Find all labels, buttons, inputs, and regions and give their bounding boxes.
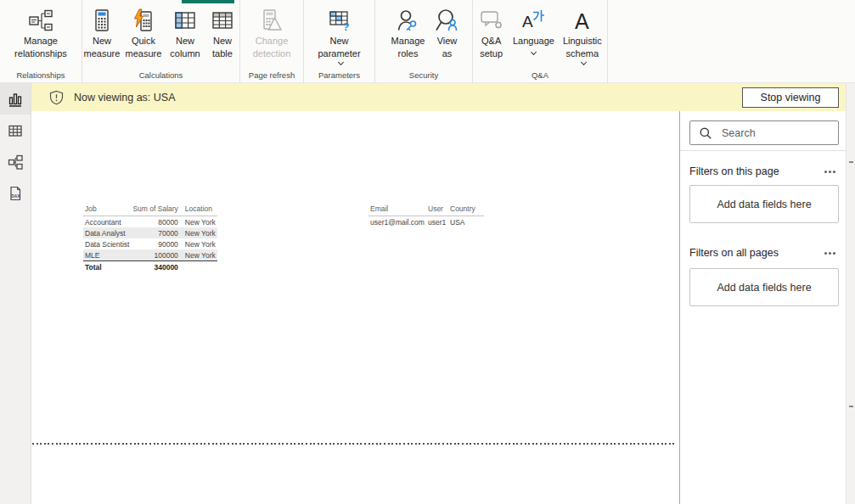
column-header: Location [180, 203, 217, 216]
sidebar-item-data-view[interactable] [0, 115, 31, 146]
qa-setup-button[interactable]: Q&A setup [473, 8, 509, 60]
filters-search-box[interactable] [689, 120, 839, 145]
filters-section-all-pages: Filters on all pages [689, 247, 837, 259]
new-table-icon [210, 8, 235, 33]
column-header: User [426, 203, 448, 216]
cell-salary: 70000 [131, 227, 179, 238]
stop-viewing-button[interactable]: Stop viewing [742, 87, 839, 108]
manage-relationships-icon [28, 8, 53, 33]
quick-measure-button[interactable]: Quick measure [122, 8, 165, 60]
linguistic-schema-icon: A [570, 8, 595, 33]
group-label-relationships: Relationships [0, 70, 82, 80]
svg-text:DAX: DAX [11, 193, 20, 198]
cell-location: New York [180, 227, 217, 238]
manage-relationships-button[interactable]: Manage relationships [3, 8, 78, 60]
chevron-down-icon [531, 49, 537, 55]
svg-text:A: A [575, 9, 589, 33]
column-header: Sum of Salary [131, 203, 179, 216]
view-as-banner: Now viewing as: USA Stop viewing [31, 83, 846, 111]
pane-handle-dash [849, 161, 853, 163]
table-row: Accountant 80000 New York [83, 216, 217, 228]
view-as-button[interactable]: View as [432, 8, 463, 60]
cell-salary: 90000 [131, 238, 179, 249]
new-measure-button[interactable]: New measure [82, 8, 121, 60]
svg-text:A: A [522, 13, 533, 31]
view-as-icon [435, 8, 460, 33]
banner-message: Now viewing as: USA [74, 92, 176, 104]
button-label: Language [513, 35, 554, 48]
cell-email: user1@mail.com [368, 216, 426, 228]
collapsed-pane-strip[interactable] [846, 83, 855, 504]
change-detection-button[interactable]: Change detection [245, 8, 299, 60]
calculator-icon [89, 8, 115, 33]
chevron-down-icon [338, 59, 344, 65]
more-options-icon[interactable] [824, 252, 827, 255]
new-parameter-button[interactable]: ? New parameter [312, 8, 368, 64]
filter-drop-area-all-pages[interactable]: Add data fields here [689, 268, 839, 306]
ribbon-group-relationships: Manage relationships Relationships [0, 0, 82, 82]
dax-query-view-icon: DAX [7, 185, 24, 202]
group-label-security: Security [375, 70, 472, 80]
section-title: Filters on all pages [689, 247, 779, 259]
ribbon-group-calculations: New measure Quick measure [82, 0, 240, 82]
button-label: New table [205, 35, 239, 60]
filter-drop-area-this-page[interactable]: Add data fields here [689, 185, 839, 223]
cell-salary: 100000 [131, 249, 179, 261]
language-icon: A [520, 8, 546, 33]
table-header-row: Job Sum of Salary Location [83, 203, 217, 216]
search-input[interactable] [722, 127, 824, 139]
pane-handle-dash [849, 406, 853, 407]
button-label: Manage roles [385, 35, 431, 60]
group-label-qa: Q&A [473, 70, 607, 80]
group-label-calculations: Calculations [82, 70, 239, 80]
sidebar-item-report-view[interactable] [0, 83, 31, 115]
sidebar-item-dax-query-view[interactable]: DAX [0, 177, 31, 209]
cell-country: USA [448, 216, 484, 228]
table-row: Data Analyst 70000 New York [83, 227, 217, 238]
filters-section-this-page: Filters on this page [689, 165, 837, 177]
table-visual-salary[interactable]: Job Sum of Salary Location Accountant 80… [83, 203, 217, 272]
button-label: View as [432, 35, 463, 60]
report-canvas: Job Sum of Salary Location Accountant 80… [32, 111, 679, 504]
drop-area-text: Add data fields here [717, 199, 811, 210]
cell-location: New York [180, 216, 217, 228]
ribbon-group-qa: Q&A setup A Language A Linguistic schema [473, 0, 608, 82]
divider [680, 150, 846, 151]
button-label: Linguistic schema [558, 35, 607, 60]
button-label: Change detection [245, 35, 299, 60]
cell-job: Accountant [83, 216, 131, 228]
new-column-button[interactable]: New column [166, 8, 205, 60]
new-table-button[interactable]: New table [205, 8, 239, 60]
hangul-ga-glyph [533, 10, 544, 22]
page-boundary-dotted-line [32, 443, 676, 445]
cell-location: New York [180, 238, 217, 249]
table-row: user1@mail.com user1 USA [368, 216, 484, 228]
report-view-icon [7, 91, 24, 108]
cell-empty [180, 261, 217, 273]
column-header: Country [448, 203, 484, 216]
column-header: Job [83, 203, 131, 216]
cell-job: Data Scientist [83, 238, 131, 249]
ribbon: Manage relationships Relationships New m… [0, 0, 855, 83]
button-label: Manage relationships [3, 35, 78, 60]
data-view-icon [7, 122, 24, 139]
language-button[interactable]: A Language [510, 8, 557, 54]
ribbon-group-page-refresh: Change detection Page refresh [240, 0, 304, 82]
section-title: Filters on this page [689, 165, 779, 177]
manage-roles-icon [396, 8, 421, 33]
manage-roles-button[interactable]: Manage roles [385, 8, 431, 60]
linguistic-schema-button[interactable]: A Linguistic schema [558, 8, 607, 64]
cell-user: user1 [426, 216, 448, 228]
sidebar-item-model-view[interactable] [0, 146, 31, 177]
button-label: Q&A setup [473, 35, 509, 60]
model-view-icon [7, 154, 24, 171]
more-options-icon[interactable] [824, 171, 827, 173]
search-icon [699, 126, 712, 140]
cell-total-label: Total [83, 261, 131, 273]
group-label-page-refresh: Page refresh [240, 70, 303, 80]
table-header-row: Email User Country [368, 203, 484, 216]
change-detection-icon [259, 8, 284, 33]
table-visual-users[interactable]: Email User Country user1@mail.com user1 … [368, 203, 484, 227]
qa-setup-icon [479, 8, 504, 33]
cell-job: MLE [83, 249, 131, 261]
